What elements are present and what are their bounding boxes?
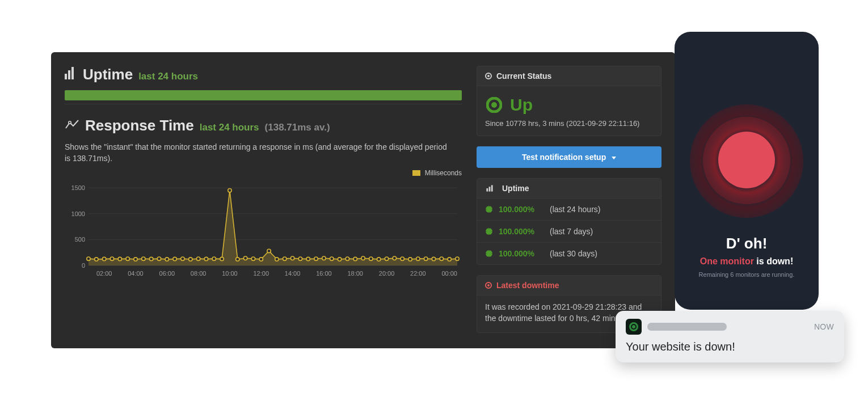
chart-svg: 05001000150002:0004:0006:0008:0010:0012:… [65, 179, 462, 279]
uptime-subtitle: last 24 hours [138, 71, 198, 82]
response-title: Response Time [85, 117, 194, 134]
toast-title-placeholder [647, 323, 727, 331]
svg-point-47 [385, 257, 388, 260]
svg-text:02:00: 02:00 [96, 270, 112, 277]
svg-point-70 [487, 75, 490, 77]
test-notification-button[interactable]: Test notification setup [477, 146, 661, 168]
phone-line2: Remaining 6 monitors are running. [675, 271, 819, 278]
certificate-icon [485, 205, 493, 213]
svg-point-23 [196, 257, 200, 260]
svg-point-73 [486, 206, 492, 213]
svg-point-9 [87, 257, 90, 260]
uptime-panel-title: Uptime [502, 184, 529, 193]
downtime-dot-icon [485, 282, 492, 289]
svg-point-25 [212, 257, 216, 260]
uptime-period: (last 24 hours) [550, 205, 600, 214]
downtime-panel-title: Latest downtime [496, 281, 559, 290]
svg-point-16 [142, 257, 145, 260]
uptime-pct: 100.000% [499, 205, 544, 214]
svg-text:00:00: 00:00 [441, 270, 457, 277]
svg-point-20 [173, 257, 176, 260]
svg-text:12:00: 12:00 [253, 270, 269, 277]
response-title-row: Response Time last 24 hours (138.71ms av… [65, 117, 462, 134]
phone-title: D' oh! [675, 235, 819, 252]
divider [65, 104, 462, 104]
svg-text:1500: 1500 [71, 184, 85, 191]
svg-point-38 [314, 257, 318, 260]
svg-point-21 [181, 257, 184, 260]
uptime-row: 100.000%(last 24 hours) [477, 199, 661, 220]
status-panel-header: Current Status [477, 66, 661, 86]
legend-swatch [412, 170, 420, 176]
phone-overlay: D' oh! One monitor is down! Remaining 6 … [675, 32, 819, 310]
uptime-period: (last 7 days) [550, 227, 593, 236]
uptime-title: Uptime [83, 66, 133, 83]
svg-text:06:00: 06:00 [159, 270, 175, 277]
svg-point-33 [275, 257, 279, 260]
svg-point-29 [243, 256, 247, 260]
svg-point-26 [220, 257, 224, 260]
svg-point-78 [486, 228, 492, 235]
status-dot-icon [485, 73, 492, 79]
svg-text:18:00: 18:00 [347, 270, 363, 277]
toast-notification[interactable]: NOW Your website is down! [616, 311, 844, 362]
phone-line1-rest: is down! [754, 256, 793, 266]
svg-point-83 [486, 250, 492, 257]
svg-point-36 [298, 257, 302, 260]
svg-point-31 [259, 257, 263, 260]
toast-body: Your website is down! [626, 340, 834, 353]
test-notification-label: Test notification setup [522, 153, 606, 162]
status-up-label: Up [510, 95, 533, 115]
svg-point-28 [236, 257, 239, 260]
svg-point-41 [338, 257, 341, 260]
response-subtitle: last 24 hours [200, 122, 259, 133]
uptime-panel: Uptime 100.000%(last 24 hours)100.000%(l… [477, 178, 661, 265]
svg-point-12 [110, 257, 113, 260]
svg-point-27 [228, 188, 231, 192]
svg-point-49 [401, 257, 404, 260]
svg-text:16:00: 16:00 [316, 270, 332, 277]
downtime-panel-header: Latest downtime [477, 276, 661, 296]
status-panel-body: Up Since 10778 hrs, 3 mins (2021-09-29 2… [477, 86, 661, 136]
uptime-panel-body: 100.000%(last 24 hours)100.000%(last 7 d… [477, 199, 661, 264]
svg-point-48 [393, 256, 396, 260]
svg-point-44 [361, 256, 365, 260]
phone-line1: One monitor is down! [675, 256, 819, 267]
svg-point-52 [424, 257, 427, 260]
svg-point-56 [456, 257, 459, 260]
status-panel: Current Status Up Since 10778 hrs, 3 min… [477, 66, 661, 136]
svg-point-32 [267, 249, 271, 252]
svg-point-40 [330, 257, 334, 260]
svg-text:1000: 1000 [71, 210, 85, 217]
svg-point-42 [345, 257, 349, 260]
svg-point-53 [432, 257, 435, 260]
legend-label: Milliseconds [425, 169, 462, 177]
alert-red-dot [718, 132, 775, 188]
svg-point-13 [118, 257, 121, 260]
svg-point-30 [251, 257, 255, 260]
svg-point-43 [353, 257, 357, 260]
status-panel-title: Current Status [496, 71, 551, 81]
svg-point-24 [204, 257, 208, 260]
response-avg: (138.71ms av.) [265, 122, 330, 133]
uptime-pct: 100.000% [499, 249, 544, 258]
toast-header: NOW [626, 319, 834, 335]
uptime-panel-header: Uptime [477, 179, 661, 199]
svg-text:14:00: 14:00 [285, 270, 301, 277]
bars-icon [486, 185, 492, 191]
svg-point-39 [322, 256, 326, 260]
toast-app-icon [626, 319, 642, 335]
svg-point-46 [377, 257, 381, 260]
uptime-title-row: Uptime last 24 hours [65, 66, 462, 83]
right-column: Current Status Up Since 10778 hrs, 3 min… [477, 66, 661, 335]
status-since: Since 10778 hrs, 3 mins (2021-09-29 22:1… [485, 119, 653, 128]
svg-point-55 [448, 257, 451, 260]
certificate-icon [485, 227, 493, 235]
svg-text:04:00: 04:00 [128, 270, 144, 277]
left-column: Uptime last 24 hours Response Time last … [65, 66, 462, 335]
phone-line1-accent: One monitor [700, 256, 754, 266]
svg-point-11 [102, 257, 106, 260]
svg-point-91 [632, 325, 635, 328]
svg-point-19 [165, 257, 168, 260]
dashboard-panel: Uptime last 24 hours Response Time last … [51, 52, 675, 348]
